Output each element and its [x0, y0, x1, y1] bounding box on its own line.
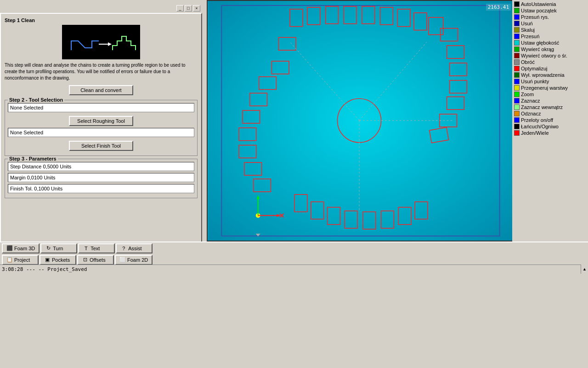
right-panel-label: Przesuń	[521, 34, 539, 39]
toolbar-row1: ⬛Foam 3D↻TurnTText?Assist	[0, 242, 588, 254]
color-indicator	[514, 104, 520, 110]
foam3d-icon: ⬛	[6, 245, 13, 252]
status-scroll-button[interactable]: ▲	[581, 264, 588, 274]
restore-button[interactable]: □	[185, 5, 192, 12]
right-panel-label: Optymalizuj	[521, 66, 547, 71]
toolbar-button-label: Text	[90, 246, 100, 251]
color-indicator	[514, 53, 520, 58]
right-panel-item[interactable]: Wywierć otwory o śr.	[514, 52, 586, 59]
right-panel-item[interactable]: Ustaw głębokość	[514, 40, 586, 46]
clean-convert-button[interactable]: Clean and convert	[69, 85, 133, 95]
color-indicator	[514, 66, 520, 71]
toolbar-button-label: Project	[14, 257, 30, 263]
right-panel-item[interactable]: Łańcuch/Ogniwo	[514, 123, 586, 130]
right-panel-item[interactable]: Przegeneruj warstwy	[514, 85, 586, 91]
right-panel-item[interactable]: Zaznacz wewnątrz	[514, 104, 586, 110]
right-panel-label: Obróć	[521, 59, 535, 65]
close-button[interactable]: ×	[193, 5, 200, 12]
right-panel-item[interactable]: Ustaw początek	[514, 7, 586, 14]
toolbar-button-label: Pockets	[52, 257, 70, 263]
color-indicator	[514, 124, 520, 129]
right-panel-item[interactable]: Obróć	[514, 59, 586, 65]
color-indicator	[514, 111, 520, 116]
right-panel-label: Przeloty on/off	[521, 117, 553, 123]
right-panel-item[interactable]: Wywierć okrąg	[514, 46, 586, 52]
status-bar: 3:08:28 --- -- Project_Saved	[0, 264, 588, 274]
right-panel-item[interactable]: Zoom	[514, 91, 586, 98]
step2-section: Step 2 - Tool Selection Select Roughing …	[5, 100, 198, 156]
right-panel-item[interactable]: Optymalizuj	[514, 65, 586, 72]
color-indicator	[514, 8, 520, 13]
right-panel-label: Usuń punkty	[521, 79, 549, 84]
right-panel-item[interactable]: Wył. wprowadzenia	[514, 72, 586, 78]
toolbar-turn-button[interactable]: ↻Turn	[40, 243, 77, 253]
right-panel-label: Łańcuch/Ogniwo	[521, 124, 559, 129]
bottom-toolbar: ⬛Foam 3D↻TurnTText?Assist 📋Project▣Pocke…	[0, 242, 588, 264]
roughing-tool-field[interactable]	[8, 103, 194, 112]
main-window: _ □ × Step 1 Clean This step will clean …	[0, 0, 588, 368]
right-panel-label: Zoom	[521, 92, 534, 97]
margin-field[interactable]	[8, 173, 194, 182]
toolbar-pockets-button[interactable]: ▣Pockets	[40, 255, 76, 265]
main-canvas[interactable]	[208, 1, 514, 241]
right-panel-label: Jeden/Wiele	[521, 130, 549, 136]
color-indicator	[514, 92, 520, 97]
color-indicator	[514, 72, 520, 78]
color-indicator	[514, 85, 520, 91]
color-indicator	[514, 98, 520, 104]
foam2d-icon: ⬜	[119, 257, 126, 263]
status-text: 3:08:28 --- -- Project_Saved	[2, 266, 87, 272]
right-items-container: AutoUstawieniaUstaw początekPrzesuń rys.…	[514, 1, 586, 136]
color-indicator	[514, 40, 520, 46]
offsets-icon: ⊡	[82, 257, 88, 263]
right-panel-item[interactable]: Jeden/Wiele	[514, 130, 586, 136]
right-panel-item[interactable]: Zaznacz	[514, 98, 586, 104]
preview-box	[62, 25, 140, 59]
right-panel-label: Wył. wprowadzenia	[521, 72, 565, 78]
color-indicator	[514, 117, 520, 123]
minimize-button[interactable]: _	[176, 5, 184, 12]
select-roughing-tool-button[interactable]: Select Roughing Tool	[69, 116, 133, 126]
right-panel-label: Skaluj	[521, 27, 535, 33]
coord-display: 2163.41	[486, 4, 511, 11]
right-panel-item[interactable]: Przesuń rys.	[514, 14, 586, 20]
step3-section: Step 3 - Parameters	[5, 159, 198, 198]
right-panel-label: Zaznacz	[521, 98, 540, 104]
right-panel-item[interactable]: Usuń punkty	[514, 78, 586, 85]
right-panel-label: Wywierć okrąg	[521, 46, 554, 52]
assist-icon: ?	[120, 245, 127, 252]
right-panel-item[interactable]: Przesuń	[514, 33, 586, 40]
toolbar-text-button[interactable]: TText	[78, 243, 115, 253]
right-panel-label: Usuń	[521, 21, 533, 26]
step2-label: Step 2 - Tool Selection	[8, 97, 64, 103]
finish-tol-field[interactable]	[8, 184, 194, 193]
step-distance-field[interactable]	[8, 162, 194, 171]
toolbar-button-label: Offsets	[90, 257, 106, 263]
finish-tool-field[interactable]	[8, 128, 194, 137]
right-panel-label: Ustaw głębokość	[521, 40, 559, 46]
step1-label: Step 1 Clean	[5, 17, 198, 23]
toolbar-offsets-button[interactable]: ⊡Offsets	[77, 255, 114, 265]
right-panel-item[interactable]: Przeloty on/off	[514, 117, 586, 123]
toolbar-assist-button[interactable]: ?Assist	[116, 243, 153, 253]
turn-icon: ↻	[45, 245, 51, 252]
svg-marker-1	[108, 42, 112, 46]
toolbar-button-label: Foam 3D	[14, 246, 35, 251]
toolbar-button-label: Turn	[53, 246, 63, 251]
canvas-area: 2163.41	[207, 0, 514, 242]
right-panel-item[interactable]: AutoUstawienia	[514, 1, 586, 7]
right-panel-item[interactable]: Usuń	[514, 20, 586, 27]
select-finish-tool-button[interactable]: Select Finish Tool	[69, 141, 133, 151]
right-panel-label: Odznacz	[521, 111, 541, 116]
toolbar-foam-3d-button[interactable]: ⬛Foam 3D	[2, 243, 40, 253]
right-panel-item[interactable]: Odznacz	[514, 110, 586, 117]
left-panel: Step 1 Clean This step will clean and an…	[0, 13, 202, 257]
step1-section: Step 1 Clean This step will clean and an…	[5, 17, 198, 95]
color-indicator	[514, 59, 520, 65]
color-indicator	[514, 130, 520, 136]
right-panel-label: Przegeneruj warstwy	[521, 85, 568, 91]
toolbar-project-button[interactable]: 📋Project	[2, 255, 39, 265]
step3-label: Step 3 - Parameters	[8, 156, 58, 161]
toolbar-foam-2d-button[interactable]: ⬜Foam 2D	[115, 255, 153, 265]
right-panel-item[interactable]: Skaluj	[514, 27, 586, 33]
